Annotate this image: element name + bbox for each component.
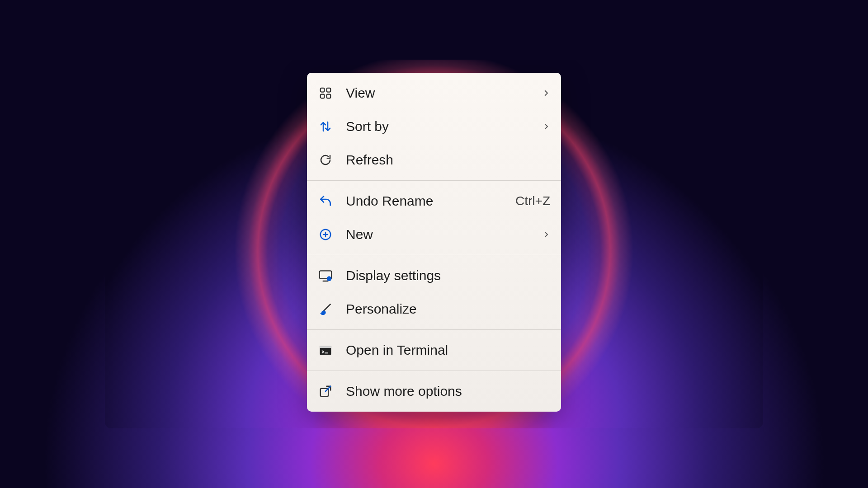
terminal-icon: [318, 343, 333, 358]
menu-item-label: Open in Terminal: [346, 343, 550, 358]
menu-item-label: Refresh: [346, 152, 550, 168]
grid-icon: [318, 85, 333, 101]
undo-icon: [318, 193, 333, 209]
sort-icon: [318, 119, 333, 134]
svg-rect-8: [320, 346, 331, 348]
menu-separator: [307, 371, 561, 371]
menu-item-display-settings[interactable]: Display settings: [307, 259, 561, 292]
menu-item-show-more-options[interactable]: Show more options: [307, 375, 561, 408]
svg-rect-3: [327, 94, 331, 99]
menu-item-label: Personalize: [346, 301, 550, 317]
desktop-context-menu: ViewSort byRefreshUndo RenameCtrl+ZNewDi…: [307, 73, 561, 412]
menu-separator: [307, 329, 561, 330]
menu-item-label: View: [346, 85, 526, 101]
expand-icon: [318, 384, 333, 399]
chevron-right-icon: [542, 230, 550, 239]
svg-rect-0: [321, 88, 325, 92]
menu-item-view[interactable]: View: [307, 76, 561, 110]
svg-rect-2: [321, 94, 325, 99]
new-icon: [318, 227, 333, 242]
chevron-right-icon: [542, 122, 550, 131]
menu-item-label: Show more options: [346, 384, 550, 399]
menu-item-refresh[interactable]: Refresh: [307, 143, 561, 177]
menu-item-sort-by[interactable]: Sort by: [307, 110, 561, 143]
menu-item-shortcut: Ctrl+Z: [515, 194, 550, 208]
menu-item-undo-rename[interactable]: Undo RenameCtrl+Z: [307, 184, 561, 218]
menu-item-new[interactable]: New: [307, 218, 561, 251]
menu-item-label: New: [346, 227, 526, 242]
refresh-icon: [318, 152, 333, 168]
chevron-right-icon: [542, 89, 550, 97]
menu-item-label: Display settings: [346, 268, 550, 283]
menu-item-open-in-terminal[interactable]: Open in Terminal: [307, 333, 561, 367]
brush-icon: [318, 301, 333, 317]
svg-rect-1: [327, 88, 331, 92]
display-icon: [318, 268, 333, 283]
menu-separator: [307, 255, 561, 255]
menu-item-label: Sort by: [346, 119, 526, 134]
menu-item-personalize[interactable]: Personalize: [307, 292, 561, 326]
menu-separator: [307, 180, 561, 181]
menu-item-label: Undo Rename: [346, 193, 503, 209]
desktop-wallpaper: ViewSort byRefreshUndo RenameCtrl+ZNewDi…: [105, 60, 763, 428]
